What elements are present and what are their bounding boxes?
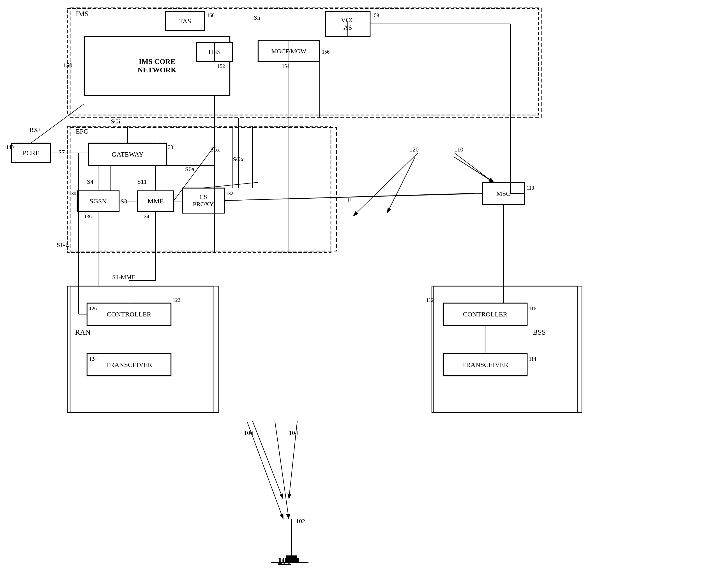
tas-box: TAS bbox=[166, 11, 205, 31]
ref-112: 112 bbox=[426, 297, 433, 303]
ref-140: 140 bbox=[6, 145, 14, 150]
s1-mme-label: S1-MME bbox=[112, 274, 135, 281]
ref-124: 124 bbox=[89, 356, 97, 362]
ref-134: 134 bbox=[142, 214, 149, 220]
ref-156: 156 bbox=[322, 49, 329, 55]
s3-label: S3 bbox=[121, 198, 127, 205]
cs-proxy-box: CS PROXY bbox=[182, 188, 224, 213]
sh-label: Sh bbox=[254, 14, 260, 21]
s11-label: S11 bbox=[137, 178, 147, 185]
svg-line-52 bbox=[387, 157, 415, 213]
bss-controller-box: CONTROLLER bbox=[443, 303, 527, 326]
ref-106: 106 bbox=[244, 429, 253, 437]
mme-box: MME bbox=[137, 191, 174, 212]
epc-label: EPC bbox=[76, 128, 88, 135]
ref-150: 150 bbox=[63, 62, 72, 69]
mgcf-box: MGCF/MGW bbox=[258, 41, 320, 62]
sgi-label: SGi bbox=[111, 118, 120, 125]
ref-132: 132 bbox=[226, 191, 233, 197]
bss-transceiver-box: TRANSCEIVER bbox=[443, 354, 527, 376]
ref-158: 158 bbox=[371, 13, 379, 19]
s1-u-label: S1-U bbox=[57, 241, 69, 249]
e-label: E bbox=[348, 196, 351, 204]
ref-114: 114 bbox=[529, 356, 536, 362]
ran-label: RAN bbox=[75, 328, 91, 337]
s4-label: S4 bbox=[87, 178, 93, 185]
svg-line-36 bbox=[224, 193, 482, 201]
s6x-label: S6x bbox=[210, 146, 220, 153]
pcrf-box: PCRF bbox=[11, 143, 50, 163]
ref-136: 136 bbox=[84, 214, 92, 220]
svg-line-51 bbox=[454, 157, 494, 182]
ref-154: 154 bbox=[282, 63, 290, 69]
ref-104: 104 bbox=[289, 429, 298, 437]
ref-122: 122 bbox=[173, 297, 180, 303]
sgsn-box: SGSN bbox=[77, 191, 119, 212]
ran-transceiver-box: TRANSCEIVER bbox=[87, 354, 171, 376]
figure-number: 100 bbox=[278, 555, 291, 566]
bss-label: BSS bbox=[533, 328, 546, 337]
ref-130: 130 bbox=[69, 191, 76, 197]
s6a-label: S6a bbox=[185, 166, 194, 173]
ref-126: 126 bbox=[89, 306, 97, 312]
rx-label: RX+ bbox=[29, 126, 42, 133]
ref-118: 118 bbox=[527, 185, 534, 191]
gateway-box: GATEWAY bbox=[88, 143, 167, 166]
ref-102: 102 bbox=[296, 518, 305, 525]
msc-box: MSC bbox=[482, 182, 524, 205]
svg-line-53 bbox=[252, 421, 283, 499]
hss-box: HSS bbox=[196, 42, 233, 62]
ran-controller-box: CONTROLLER bbox=[87, 303, 171, 326]
ref-120: 120 bbox=[409, 146, 419, 153]
diagram-container: IMS 150 IMS CORE NETWORK TAS 160 VCC AS … bbox=[0, 0, 728, 588]
ref-138: 138 bbox=[166, 145, 173, 150]
ims-label: IMS bbox=[76, 10, 89, 18]
ref-152: 152 bbox=[217, 63, 225, 69]
s7-label: S7 bbox=[58, 149, 65, 156]
ref-110: 110 bbox=[454, 146, 463, 153]
ref-116: 116 bbox=[529, 306, 536, 312]
ref-160: 160 bbox=[207, 13, 215, 19]
sgx-label: SGx bbox=[233, 156, 244, 163]
vcc-as-box: VCC AS bbox=[325, 11, 370, 37]
